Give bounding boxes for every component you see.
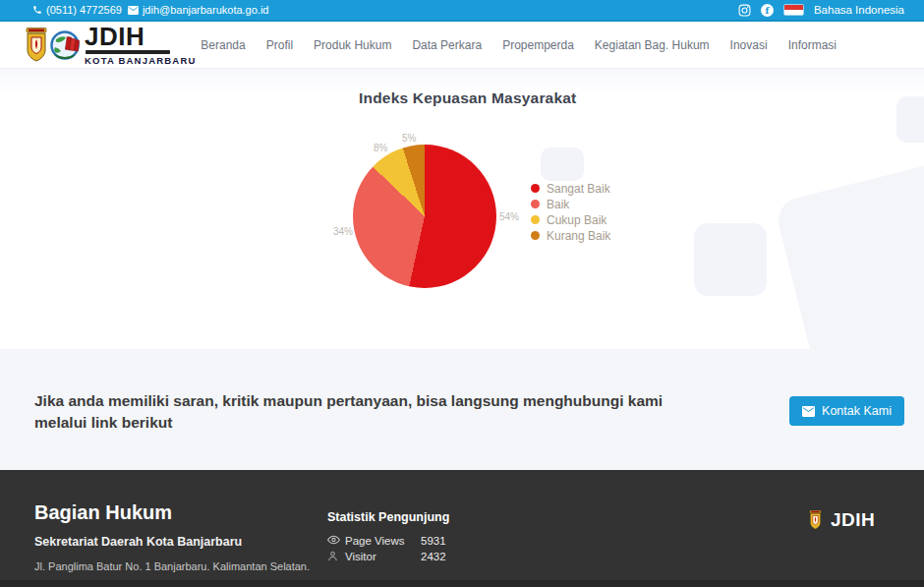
- satisfaction-index-section: Indeks Kepuasan Masyarakat 54% 34% 8% 5%…: [0, 69, 924, 349]
- logo-brand-text: JDIH: [85, 24, 197, 49]
- nav-item-produk-hukum[interactable]: Produk Hukum: [314, 38, 391, 52]
- stat-row-visitor: Visitor 2432: [327, 549, 449, 564]
- legend-item-sangat-baik: Sangat Baik: [531, 181, 610, 196]
- stats-title: Statistik Pengunjung: [327, 510, 449, 524]
- logo-city-text: KOTA BANJARBARU: [85, 56, 197, 66]
- pie-value-label: 54%: [499, 211, 519, 222]
- pie-value-label: 8%: [374, 143, 387, 153]
- decorative-square: [896, 96, 924, 143]
- footer: Bagian Hukum Sekretariat Daerah Kota Ban…: [0, 470, 924, 580]
- header: JDIH KOTA BANJARBARU Beranda Profil Prod…: [0, 22, 924, 69]
- language-selector[interactable]: Bahasa Indonesia: [814, 4, 904, 16]
- legend-swatch: [531, 184, 540, 193]
- topbar-email-address[interactable]: jdih@banjarbarukota.go.id: [143, 4, 269, 16]
- main-nav: Beranda Profil Produk Hukum Data Perkara…: [201, 22, 837, 68]
- instagram-icon[interactable]: [738, 4, 751, 17]
- jdih-globe-icon: [50, 30, 80, 60]
- pie-value-label: 34%: [333, 226, 353, 237]
- legend-item-baik: Baik: [531, 197, 610, 211]
- topbar-email[interactable]: jdih@banjarbarukota.go.id: [128, 4, 269, 16]
- footer-crest-icon: [808, 510, 823, 530]
- nav-item-informasi[interactable]: Informasi: [788, 38, 837, 52]
- kontak-kami-button[interactable]: Kontak Kami: [789, 396, 904, 426]
- legend-item-kurang-baik: Kurang Baik: [531, 228, 610, 243]
- cta-text: Jika anda memiliki saran, kritik maupun …: [34, 390, 693, 435]
- pie-chart[interactable]: [353, 145, 496, 288]
- eye-icon: [327, 535, 340, 545]
- footer-address: Jl. Panglima Batur No. 1 Banjarbaru. Kal…: [34, 560, 310, 572]
- pie-value-label: 5%: [402, 133, 416, 144]
- nav-item-beranda[interactable]: Beranda: [201, 38, 245, 52]
- nav-item-inovasi[interactable]: Inovasi: [730, 38, 768, 52]
- nav-item-profil[interactable]: Profil: [266, 38, 293, 52]
- footer-org-title: Bagian Hukum: [34, 501, 172, 524]
- legend-item-cukup-baik: Cukup Baik: [531, 212, 610, 227]
- person-icon: [327, 551, 338, 561]
- legend-swatch: [531, 215, 540, 224]
- decorative-square: [541, 147, 584, 181]
- facebook-icon[interactable]: f: [761, 4, 774, 17]
- phone-icon: [32, 5, 42, 15]
- nav-item-kegiatan-bag-hukum[interactable]: Kegiatan Bag. Hukum: [595, 38, 710, 52]
- section-title: Indeks Kepuasan Masyarakat: [359, 89, 576, 107]
- envelope-icon: [802, 406, 815, 417]
- visitor-stats: Statistik Pengunjung Page Views 5931 Vis…: [327, 510, 449, 564]
- decorative-square: [694, 223, 767, 296]
- banjarbaru-crest-icon: [26, 28, 47, 63]
- indonesia-flag-icon: [783, 4, 804, 16]
- topbar-phone[interactable]: (0511) 4772569: [32, 4, 122, 16]
- footer-brand-text: JDIH: [831, 509, 875, 531]
- legend-swatch: [531, 231, 540, 240]
- chart-legend: Sangat Baik Baik Cukup Baik Kurang Baik: [531, 181, 610, 244]
- nav-item-propemperda[interactable]: Propemperda: [502, 38, 574, 52]
- topbar: (0511) 4772569 jdih@banjarbarukota.go.id…: [0, 0, 924, 22]
- footer-dept: Sekretariat Daerah Kota Banjarbaru: [34, 535, 242, 549]
- mail-icon: [128, 6, 139, 15]
- nav-item-data-perkara[interactable]: Data Perkara: [412, 38, 482, 52]
- stat-row-page-views: Page Views 5931: [327, 533, 449, 549]
- site-logo[interactable]: JDIH KOTA BANJARBARU: [26, 24, 197, 66]
- footer-bottom-strip: [0, 580, 924, 587]
- footer-brand: JDIH: [808, 509, 875, 531]
- topbar-phone-number[interactable]: (0511) 4772569: [46, 4, 122, 16]
- legend-swatch: [531, 200, 540, 208]
- contact-cta-section: Jika anda memiliki saran, kritik maupun …: [0, 349, 924, 470]
